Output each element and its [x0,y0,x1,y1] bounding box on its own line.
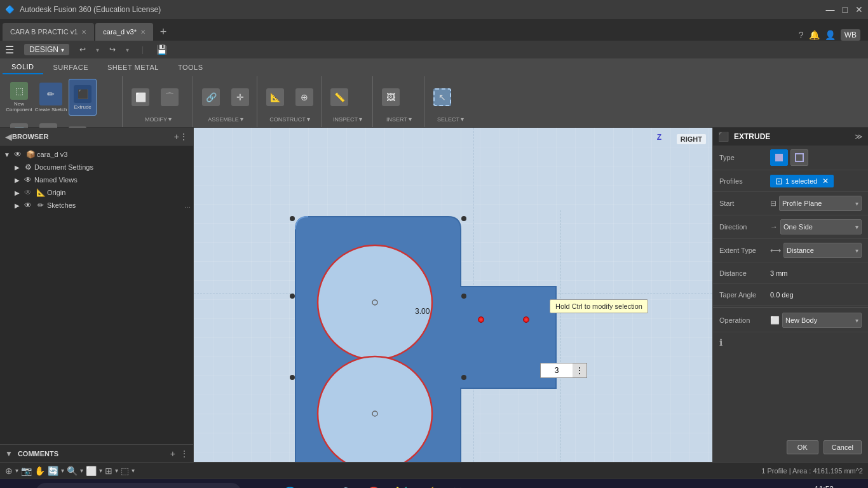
tree-expand-doc-icon[interactable]: ▶ [13,164,22,171]
new-component-button[interactable]: ⬚ New Component [5,79,33,116]
new-tab-button[interactable]: + [154,23,172,41]
browser-item-named-views[interactable]: ▶ 👁 Named Views [0,173,193,186]
tree-origin-visibility-icon[interactable]: 👁 [23,187,33,198]
inspect-arrow-icon[interactable]: ▾ [359,116,362,123]
taskview-button[interactable]: ⊡ [249,482,275,489]
modify-arrow-icon[interactable]: ▾ [168,116,172,123]
capture-icon[interactable]: 📷 [21,466,32,476]
taskbar-edge-button[interactable]: 🌐 [277,482,302,489]
tree-expand-origin-icon[interactable]: ▶ [13,189,22,196]
canvas-button[interactable]: 🖼 [377,79,405,116]
tab-close-icon[interactable]: ✕ [81,29,86,36]
select-arrow-icon[interactable]: ▾ [461,116,464,123]
construct-arrow-icon[interactable]: ▾ [307,116,310,123]
move-button[interactable]: ✛ [226,79,254,116]
taskbar-app1-button[interactable]: 🔒 [333,482,358,489]
comments-add-icon[interactable]: + [170,449,175,459]
taskbar-app3-button[interactable]: 🎮 [445,482,470,489]
close-button[interactable]: ✕ [855,4,863,15]
redo-arrow-icon[interactable]: ▾ [126,46,129,53]
extrude-button[interactable]: ⬛ Extrude [69,79,97,116]
type-solid-button[interactable] [770,149,788,166]
grid-icon[interactable]: ⊞ [105,466,112,476]
plane-offset-button[interactable]: 📐 [261,79,289,116]
zoom-arrow-icon[interactable]: ▾ [80,467,83,474]
taskbar-app2-button[interactable]: ⚡ [417,482,442,489]
distance-input-box[interactable]: ⋮ [540,363,587,378]
search-bar[interactable]: 🔍 [36,483,241,489]
grid-arrow-icon[interactable]: ▾ [115,467,118,474]
taskbar-chrome-button[interactable]: 🔴 [361,482,386,489]
operation-select[interactable]: New Body ▾ [782,313,862,328]
tab-solid[interactable]: SOLID [3,60,43,74]
fillet-button[interactable]: ⌒ [156,79,184,116]
viewport[interactable]: 3.00 Hold Ctrl to modify selection ⋮ RIG… [194,128,712,462]
snap-arrow-icon[interactable]: ▾ [15,467,18,474]
tree-settings-icon[interactable]: ⚙ [184,150,191,159]
tab-sheet-metal[interactable]: SHEET METAL [98,61,168,74]
extent-select[interactable]: Distance ▾ [783,243,862,258]
tab-tools[interactable]: TOOLS [169,61,212,74]
browser-item-origin[interactable]: ▶ 👁 📐 Origin [0,186,193,199]
insert-arrow-icon[interactable]: ▾ [409,116,412,123]
browser-item-root[interactable]: ▼ 👁 📦 cara_d v3 ⚙ [0,148,193,161]
press-pull-button[interactable]: ⬜ [126,79,154,116]
cancel-button[interactable]: Cancel [824,440,862,454]
type-surface-button[interactable] [790,149,808,166]
tab-cara-d[interactable]: cara_d v3* ✕ [95,23,153,41]
distance-input[interactable] [541,363,573,377]
help-icon[interactable]: ? [799,30,804,40]
comments-collapse-icon[interactable]: ▼ [5,449,13,458]
create-sketch-button[interactable]: ✏ Create Sketch [34,79,67,116]
snap-icon[interactable]: ⊕ [5,466,13,476]
select-button[interactable]: ↖ [428,79,456,116]
minimize-button[interactable]: — [826,4,835,15]
undo-icon[interactable]: ↩ [79,45,86,54]
notification-icon[interactable]: 🔔 [809,30,820,40]
browser-menu-icon[interactable]: ⋮ [179,132,188,142]
tab-close-active-icon[interactable]: ✕ [140,29,146,36]
tree-expand-icon[interactable]: ▼ [3,151,11,158]
user-icon[interactable]: 👤 [825,30,836,40]
zoom-icon[interactable]: 🔍 [67,466,78,476]
undo-arrow-icon[interactable]: ▾ [96,46,99,53]
display-arrow-icon[interactable]: ▾ [99,467,102,474]
display-mode-icon[interactable]: ⬜ [86,466,97,476]
assemble-arrow-icon[interactable]: ▾ [240,116,243,123]
viewcube-arrow-icon[interactable]: ▾ [132,467,135,474]
design-dropdown[interactable]: DESIGN ▾ [24,44,69,55]
browser-collapse-icon[interactable]: ◀ [5,132,12,142]
browser-add-icon[interactable]: + [174,132,179,142]
search-area[interactable]: 🔍 [31,482,247,489]
redo-icon[interactable]: ↪ [109,45,116,54]
save-icon[interactable]: 💾 [156,44,167,55]
orbit-arrow-icon[interactable]: ▾ [61,467,64,474]
direction-select[interactable]: One Side ▾ [780,219,862,234]
handle-dot-bl[interactable] [290,375,295,380]
profiles-clear-icon[interactable]: ✕ [822,177,829,186]
browser-item-doc-settings[interactable]: ▶ ⚙ Document Settings [0,161,193,173]
handle-dot-mid-left[interactable] [290,294,295,299]
maximize-button[interactable]: □ [843,4,848,15]
handle-dot-mid-right[interactable] [461,294,466,299]
browser-item-sketches[interactable]: ▶ 👁 ✏ Sketches … [0,199,193,212]
tab-cara-b[interactable]: CARA B PRACTIC v1 ✕ [3,23,94,41]
tree-expand-views-icon[interactable]: ▶ [13,177,22,184]
tab-surface[interactable]: SURFACE [44,61,97,74]
start-button[interactable]: ⊞ [3,482,28,489]
viewcube-icon[interactable]: ⬚ [121,466,129,476]
profiles-selected-badge[interactable]: ⊡ 1 selected ✕ [770,175,834,187]
taskbar-explorer-button[interactable]: 📁 [305,482,330,489]
axis-button[interactable]: ⊕ [290,79,318,116]
measure-button[interactable]: 📏 [325,79,353,116]
handle-dot-br[interactable] [461,375,466,380]
input-more-button[interactable]: ⋮ [573,363,587,377]
taskbar-vpn-button[interactable]: 🔰 [389,482,414,489]
ok-button[interactable]: OK [787,440,818,454]
panel-expand-icon[interactable]: ≫ [855,132,863,141]
orbit-icon[interactable]: 🔄 [48,466,58,476]
tree-visibility-icon[interactable]: 👁 [13,149,23,159]
handle-dot-tl[interactable] [290,216,295,221]
app-menu-icon[interactable]: ☰ [5,44,14,56]
pan-icon[interactable]: ✋ [34,466,45,476]
